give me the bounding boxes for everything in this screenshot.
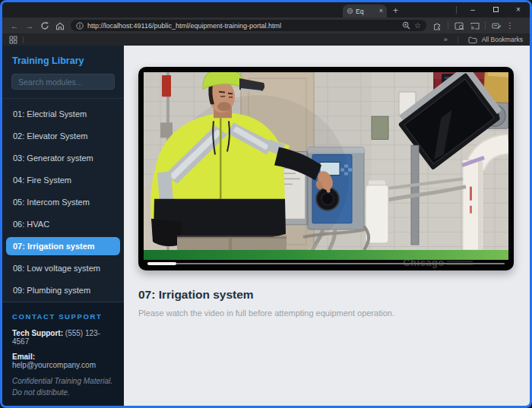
tech-support-line: Tech Support: (555) 123-4567 (12, 329, 114, 346)
red-valve-handle (162, 75, 171, 96)
email-line: Email: help@yourcompany.com (12, 353, 114, 369)
main-content: Chicago 07: Irrigation system Please wat… (124, 46, 530, 406)
video-player[interactable]: Chicago (138, 67, 514, 270)
browser-tab[interactable]: Eq × (343, 5, 387, 17)
video-controls (144, 260, 508, 267)
menu-icon[interactable]: ⋮ (504, 21, 516, 30)
sidebar: Training Library 01: Electrial System 02… (2, 46, 124, 406)
reload-icon[interactable] (37, 21, 52, 30)
toolbar-separator (485, 21, 486, 30)
window-maximize-button[interactable] (484, 2, 507, 17)
globe-icon (347, 8, 353, 14)
browser-titlebar: Eq × + – × (2, 2, 530, 17)
junction-box (372, 116, 388, 139)
extensions-icon[interactable] (429, 21, 445, 30)
bookmarks-bar: » All Bookmarks (2, 33, 530, 46)
folder-icon (468, 36, 477, 44)
email-label: Email: (12, 353, 35, 361)
browser-toolbar: ← → http://localhost:49116/public_html/e… (2, 17, 530, 33)
new-tab-button[interactable]: + (393, 5, 398, 16)
sidebar-item-09[interactable]: 09: Plumbing system (2, 280, 124, 302)
sidebar-item-06[interactable]: 06: HVAC (2, 213, 124, 236)
contact-support-panel: CONTACT SUPPORT Tech Support: (555) 123-… (2, 302, 124, 406)
sidebar-item-08[interactable]: 08: Low voltage system (2, 258, 124, 280)
url-text[interactable]: http://localhost:49116/public_html/equip… (87, 22, 398, 30)
tech-support-label: Tech Support: (12, 329, 63, 337)
zoom-icon[interactable] (402, 21, 410, 30)
toolbar-separator (448, 21, 448, 30)
bookmarks-overflow-icon[interactable]: » (444, 36, 448, 43)
cast-icon[interactable] (467, 21, 482, 30)
sidebar-item-07-selected[interactable]: 07: Irrigation system (6, 237, 120, 255)
page-content: Training Library 01: Electrial System 02… (2, 46, 530, 406)
khaki-pants (177, 236, 287, 250)
video-description: Please watch the video in full before at… (138, 308, 515, 318)
contact-support-heading: CONTACT SUPPORT (12, 312, 114, 321)
profile-icon[interactable] (489, 21, 504, 30)
tab-search-icon[interactable] (451, 21, 467, 30)
all-bookmarks-button[interactable]: All Bookmarks (482, 36, 523, 43)
address-bar[interactable]: http://localhost:49116/public_html/equip… (71, 20, 426, 31)
video-title-heading: 07: Irrigation system (138, 288, 515, 302)
forward-icon[interactable]: → (22, 21, 37, 30)
bookmarks-separator (23, 36, 24, 43)
email-value[interactable]: help@yourcompany.com (12, 361, 96, 369)
site-info-icon[interactable] (76, 22, 84, 30)
window-controls: – × (456, 2, 530, 17)
back-icon[interactable]: ← (7, 21, 22, 30)
sidebar-item-05[interactable]: 05: Intercom System (2, 191, 124, 213)
sidebar-item-01[interactable]: 01: Electrial System (2, 103, 124, 125)
module-list: 01: Electrial System 02: Elevator System… (2, 99, 124, 302)
zipper (220, 118, 222, 198)
tab-title: Eq (356, 8, 377, 15)
window-minimize-button[interactable]: – (461, 2, 484, 17)
sidebar-item-03[interactable]: 03: Generator system (2, 147, 124, 169)
video-progress-fill (147, 262, 176, 265)
apps-grid-icon[interactable] (9, 36, 17, 44)
bookmarks-separator (458, 36, 458, 43)
page-title: Training Library (2, 46, 124, 74)
video-lower-third-band (144, 250, 508, 260)
search-input[interactable] (11, 74, 115, 90)
window-close-button[interactable]: × (507, 2, 530, 17)
confidential-disclaimer: Confidential Training Material. Do not d… (12, 376, 114, 398)
video-progress-bar[interactable] (147, 263, 505, 264)
sidebar-item-02[interactable]: 02: Elevator System (2, 125, 124, 147)
bookmark-star-icon[interactable]: ☆ (414, 22, 421, 30)
tab-close-icon[interactable]: × (379, 8, 383, 14)
home-icon[interactable] (52, 21, 68, 30)
video-frame[interactable] (144, 72, 508, 250)
titlebar-separator (456, 6, 457, 14)
sidebar-item-04[interactable]: 04: Fire System (2, 169, 124, 191)
browser-window: Eq × + – × ← → (0, 0, 532, 408)
